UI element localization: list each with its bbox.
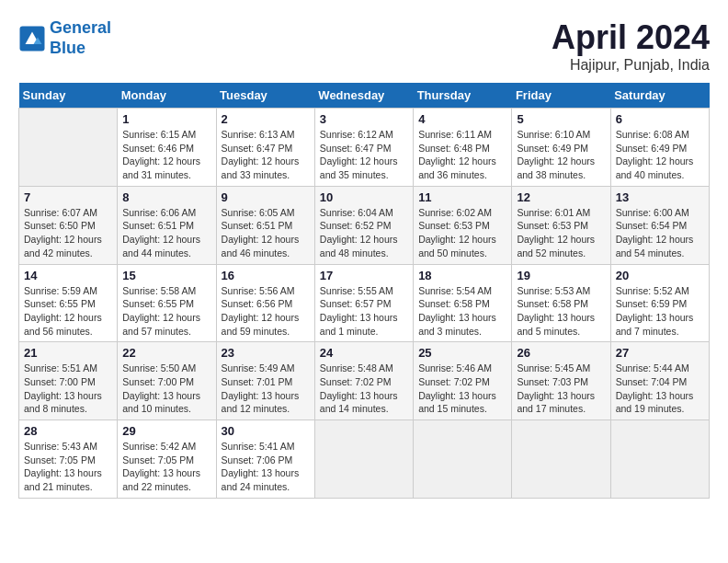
cell-content: Sunrise: 6:07 AM Sunset: 6:50 PM Dayligh… xyxy=(24,206,112,260)
calendar-cell: 11Sunrise: 6:02 AM Sunset: 6:53 PM Dayli… xyxy=(414,186,512,264)
cell-content: Sunrise: 5:48 AM Sunset: 7:02 PM Dayligh… xyxy=(320,362,408,416)
location: Hajipur, Punjab, India xyxy=(552,57,710,74)
cell-content: Sunrise: 6:02 AM Sunset: 6:53 PM Dayligh… xyxy=(418,206,506,260)
calendar-cell xyxy=(414,420,512,499)
cell-content: Sunrise: 6:11 AM Sunset: 6:48 PM Dayligh… xyxy=(418,128,506,182)
calendar-cell: 14Sunrise: 5:59 AM Sunset: 6:55 PM Dayli… xyxy=(19,264,118,342)
calendar-cell: 26Sunrise: 5:45 AM Sunset: 7:03 PM Dayli… xyxy=(512,342,610,420)
cell-content: Sunrise: 5:46 AM Sunset: 7:02 PM Dayligh… xyxy=(418,362,506,416)
cell-content: Sunrise: 5:59 AM Sunset: 6:55 PM Dayligh… xyxy=(24,284,112,339)
day-number: 29 xyxy=(122,424,210,438)
cell-content: Sunrise: 6:10 AM Sunset: 6:49 PM Dayligh… xyxy=(517,128,605,182)
week-row-5: 28Sunrise: 5:43 AM Sunset: 7:05 PM Dayli… xyxy=(19,420,710,499)
calendar-cell: 27Sunrise: 5:44 AM Sunset: 7:04 PM Dayli… xyxy=(610,342,709,420)
day-number: 8 xyxy=(122,190,210,204)
col-header-wednesday: Wednesday xyxy=(314,83,413,109)
calendar-cell: 24Sunrise: 5:48 AM Sunset: 7:02 PM Dayli… xyxy=(314,342,413,420)
day-number: 6 xyxy=(616,112,704,126)
calendar-cell xyxy=(610,420,709,499)
calendar-cell: 15Sunrise: 5:58 AM Sunset: 6:55 PM Dayli… xyxy=(118,264,216,342)
calendar-cell: 12Sunrise: 6:01 AM Sunset: 6:53 PM Dayli… xyxy=(512,186,610,264)
day-number: 7 xyxy=(24,190,112,204)
calendar-cell: 16Sunrise: 5:56 AM Sunset: 6:56 PM Dayli… xyxy=(216,264,314,342)
col-header-thursday: Thursday xyxy=(414,83,512,109)
day-number: 18 xyxy=(418,269,506,282)
cell-content: Sunrise: 5:55 AM Sunset: 6:57 PM Dayligh… xyxy=(320,284,408,339)
calendar-cell xyxy=(314,420,413,499)
calendar-table: SundayMondayTuesdayWednesdayThursdayFrid… xyxy=(18,83,710,499)
day-number: 24 xyxy=(320,346,408,360)
calendar-cell: 19Sunrise: 5:53 AM Sunset: 6:58 PM Dayli… xyxy=(512,264,610,342)
calendar-cell: 21Sunrise: 5:51 AM Sunset: 7:00 PM Dayli… xyxy=(19,342,118,420)
month-title: April 2024 xyxy=(552,18,710,57)
logo: General Blue xyxy=(18,18,111,58)
col-header-tuesday: Tuesday xyxy=(216,83,314,109)
page-header: General Blue April 2024 Hajipur, Punjab,… xyxy=(18,18,710,74)
cell-content: Sunrise: 5:53 AM Sunset: 6:58 PM Dayligh… xyxy=(517,284,605,339)
calendar-cell: 8Sunrise: 6:06 AM Sunset: 6:51 PM Daylig… xyxy=(118,186,216,264)
calendar-cell: 2Sunrise: 6:13 AM Sunset: 6:47 PM Daylig… xyxy=(216,109,314,187)
day-number: 27 xyxy=(616,346,704,360)
calendar-cell: 22Sunrise: 5:50 AM Sunset: 7:00 PM Dayli… xyxy=(118,342,216,420)
day-number: 30 xyxy=(222,424,310,438)
day-number: 1 xyxy=(122,112,210,126)
cell-content: Sunrise: 6:13 AM Sunset: 6:47 PM Dayligh… xyxy=(222,128,310,182)
logo-icon xyxy=(18,25,46,52)
day-number: 16 xyxy=(222,269,310,282)
calendar-cell: 7Sunrise: 6:07 AM Sunset: 6:50 PM Daylig… xyxy=(19,186,118,264)
cell-content: Sunrise: 5:43 AM Sunset: 7:05 PM Dayligh… xyxy=(24,440,112,494)
cell-content: Sunrise: 5:45 AM Sunset: 7:03 PM Dayligh… xyxy=(517,362,605,416)
cell-content: Sunrise: 5:41 AM Sunset: 7:06 PM Dayligh… xyxy=(222,440,310,494)
day-number: 17 xyxy=(320,269,408,282)
calendar-cell xyxy=(512,420,610,499)
calendar-cell: 1Sunrise: 6:15 AM Sunset: 6:46 PM Daylig… xyxy=(118,109,216,187)
calendar-cell: 4Sunrise: 6:11 AM Sunset: 6:48 PM Daylig… xyxy=(414,109,512,187)
day-number: 26 xyxy=(517,346,605,360)
col-header-friday: Friday xyxy=(512,83,610,109)
day-number: 3 xyxy=(320,112,408,126)
day-number: 12 xyxy=(517,190,605,204)
cell-content: Sunrise: 6:01 AM Sunset: 6:53 PM Dayligh… xyxy=(517,206,605,260)
calendar-cell: 18Sunrise: 5:54 AM Sunset: 6:58 PM Dayli… xyxy=(414,264,512,342)
cell-content: Sunrise: 5:52 AM Sunset: 6:59 PM Dayligh… xyxy=(616,284,704,339)
week-row-1: 1Sunrise: 6:15 AM Sunset: 6:46 PM Daylig… xyxy=(19,109,710,187)
cell-content: Sunrise: 6:05 AM Sunset: 6:51 PM Dayligh… xyxy=(222,206,310,260)
calendar-cell: 29Sunrise: 5:42 AM Sunset: 7:05 PM Dayli… xyxy=(118,420,216,499)
cell-content: Sunrise: 6:04 AM Sunset: 6:52 PM Dayligh… xyxy=(320,206,408,260)
cell-content: Sunrise: 6:00 AM Sunset: 6:54 PM Dayligh… xyxy=(616,206,704,260)
week-row-3: 14Sunrise: 5:59 AM Sunset: 6:55 PM Dayli… xyxy=(19,264,710,342)
day-number: 19 xyxy=(517,269,605,282)
day-number: 2 xyxy=(222,112,310,126)
cell-content: Sunrise: 5:51 AM Sunset: 7:00 PM Dayligh… xyxy=(24,362,112,416)
day-number: 28 xyxy=(24,424,112,438)
calendar-cell: 10Sunrise: 6:04 AM Sunset: 6:52 PM Dayli… xyxy=(314,186,413,264)
col-header-saturday: Saturday xyxy=(610,83,709,109)
cell-content: Sunrise: 5:54 AM Sunset: 6:58 PM Dayligh… xyxy=(418,284,506,339)
week-row-2: 7Sunrise: 6:07 AM Sunset: 6:50 PM Daylig… xyxy=(19,186,710,264)
calendar-cell: 3Sunrise: 6:12 AM Sunset: 6:47 PM Daylig… xyxy=(314,109,413,187)
day-number: 13 xyxy=(616,190,704,204)
cell-content: Sunrise: 6:06 AM Sunset: 6:51 PM Dayligh… xyxy=(122,206,210,260)
calendar-cell: 25Sunrise: 5:46 AM Sunset: 7:02 PM Dayli… xyxy=(414,342,512,420)
day-number: 4 xyxy=(418,112,506,126)
cell-content: Sunrise: 5:50 AM Sunset: 7:00 PM Dayligh… xyxy=(122,362,210,416)
cell-content: Sunrise: 6:12 AM Sunset: 6:47 PM Dayligh… xyxy=(320,128,408,182)
day-number: 9 xyxy=(222,190,310,204)
title-block: April 2024 Hajipur, Punjab, India xyxy=(552,18,710,74)
cell-content: Sunrise: 5:58 AM Sunset: 6:55 PM Dayligh… xyxy=(122,284,210,339)
cell-content: Sunrise: 5:42 AM Sunset: 7:05 PM Dayligh… xyxy=(122,440,210,494)
day-number: 23 xyxy=(222,346,310,360)
logo-text: General Blue xyxy=(50,18,111,58)
cell-content: Sunrise: 5:56 AM Sunset: 6:56 PM Dayligh… xyxy=(222,284,310,339)
day-number: 11 xyxy=(418,190,506,204)
day-number: 15 xyxy=(122,269,210,282)
week-row-4: 21Sunrise: 5:51 AM Sunset: 7:00 PM Dayli… xyxy=(19,342,710,420)
calendar-cell: 13Sunrise: 6:00 AM Sunset: 6:54 PM Dayli… xyxy=(610,186,709,264)
day-number: 25 xyxy=(418,346,506,360)
calendar-cell: 6Sunrise: 6:08 AM Sunset: 6:49 PM Daylig… xyxy=(610,109,709,187)
calendar-cell: 20Sunrise: 5:52 AM Sunset: 6:59 PM Dayli… xyxy=(610,264,709,342)
col-header-monday: Monday xyxy=(118,83,216,109)
header-row: SundayMondayTuesdayWednesdayThursdayFrid… xyxy=(19,83,710,109)
day-number: 10 xyxy=(320,190,408,204)
col-header-sunday: Sunday xyxy=(19,83,118,109)
